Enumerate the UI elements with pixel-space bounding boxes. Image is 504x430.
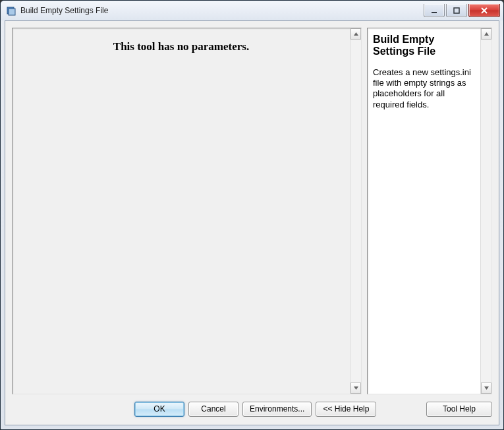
svg-rect-1 [9,9,15,15]
button-row: OK Cancel Environments... << Hide Help T… [12,394,492,418]
help-scrollbar[interactable] [480,28,491,394]
panes: This tool has no parameters. Build Empty… [12,28,492,394]
scroll-track[interactable] [481,40,491,383]
svg-rect-3 [454,8,459,13]
client-area: This tool has no parameters. Build Empty… [5,20,499,425]
tool-help-button[interactable]: Tool Help [426,402,492,417]
ok-button[interactable]: OK [134,402,184,417]
help-description: Creates a new settings.ini file with emp… [373,67,475,110]
help-content: Build Empty Settings File Creates a new … [368,28,480,394]
close-button[interactable] [468,4,500,17]
help-pane: Build Empty Settings File Creates a new … [367,28,492,394]
window-controls [424,4,500,17]
cancel-button[interactable]: Cancel [188,402,238,417]
minimize-button[interactable] [424,4,445,17]
parameters-scrollbar[interactable] [350,28,361,394]
environments-button[interactable]: Environments... [242,402,312,417]
parameters-pane: This tool has no parameters. [12,28,362,394]
hide-help-button[interactable]: << Hide Help [316,402,376,417]
maximize-button[interactable] [446,4,467,17]
scroll-down-button[interactable] [350,383,361,394]
titlebar[interactable]: Build Empty Settings File [1,1,503,20]
svg-rect-2 [432,12,437,13]
help-title: Build Empty Settings File [373,34,475,58]
scroll-up-button[interactable] [350,28,361,40]
window-title: Build Empty Settings File [20,6,108,15]
dialog-window: Build Empty Settings File This tool has … [0,0,504,430]
app-icon [6,5,16,16]
scroll-track[interactable] [350,40,361,383]
parameters-content: This tool has no parameters. [13,28,350,394]
scroll-up-button[interactable] [481,28,491,40]
scroll-down-button[interactable] [481,383,491,394]
no-parameters-message: This tool has no parameters. [19,40,343,53]
